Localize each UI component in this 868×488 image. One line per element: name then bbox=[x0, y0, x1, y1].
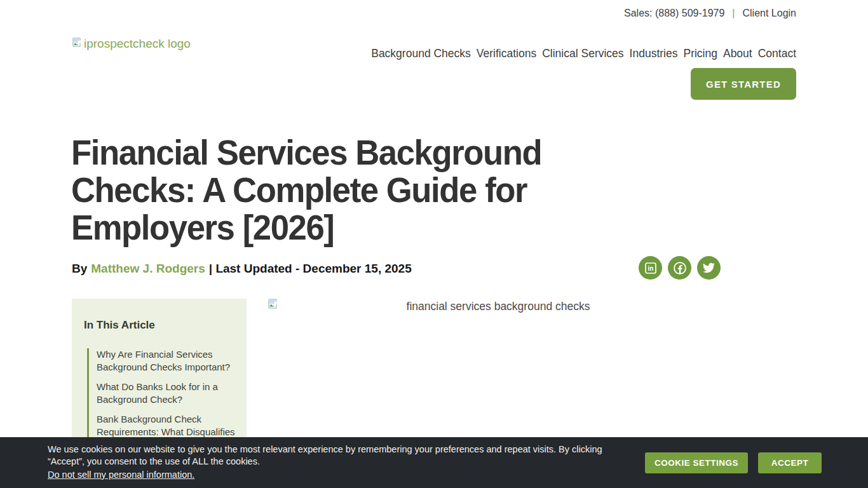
site-logo[interactable]: iprospectcheck logo bbox=[71, 37, 191, 51]
sales-phone: Sales: (888) 509-1979 bbox=[624, 8, 724, 19]
byline-date: | Last Updated - December 15, 2025 bbox=[209, 262, 412, 276]
linkedin-icon: in bbox=[644, 262, 657, 274]
facebook-icon bbox=[672, 261, 688, 276]
nav-item-verifications[interactable]: Verifications bbox=[477, 47, 536, 60]
cookie-message: We use cookies on our website to give yo… bbox=[48, 444, 602, 468]
broken-image-icon bbox=[71, 37, 82, 51]
get-started-button[interactable]: GET STARTED bbox=[691, 68, 796, 100]
toc-heading: In This Article bbox=[84, 319, 247, 332]
author-link[interactable]: Matthew J. Rodgers bbox=[91, 262, 205, 276]
topbar-separator: | bbox=[732, 8, 735, 19]
page-title-line-1: Financial Services Background bbox=[71, 133, 541, 171]
cookie-message-line-1: We use cookies on our website to give yo… bbox=[48, 444, 602, 456]
byline-prefix: By bbox=[72, 262, 87, 276]
cookie-settings-button[interactable]: COOKIE SETTINGS bbox=[645, 452, 748, 473]
nav-item-contact[interactable]: Contact bbox=[758, 47, 796, 60]
page-title-line-3: Employers [2026] bbox=[71, 208, 541, 246]
nav-item-industries[interactable]: Industries bbox=[630, 47, 678, 60]
top-utility-bar: Sales: (888) 509-1979 | Client Login bbox=[624, 8, 796, 19]
cookie-banner: We use cookies on our website to give yo… bbox=[0, 437, 868, 488]
toc-item-why-important[interactable]: Why Are Financial Services Background Ch… bbox=[97, 348, 235, 374]
main-nav: Background Checks Verifications Clinical… bbox=[371, 47, 796, 60]
toc-item-what-banks-look-for[interactable]: What Do Banks Look for in a Background C… bbox=[97, 381, 235, 406]
toc-list: Why Are Financial Services Background Ch… bbox=[87, 348, 235, 438]
facebook-share-button[interactable] bbox=[668, 256, 691, 280]
do-not-sell-link[interactable]: Do not sell my personal information. bbox=[48, 470, 194, 480]
cookie-accept-button[interactable]: ACCEPT bbox=[758, 452, 822, 473]
toc-item-requirements[interactable]: Bank Background Check Requirements: What… bbox=[97, 413, 235, 438]
page-title-line-2: Checks: A Complete Guide for bbox=[71, 171, 541, 208]
hero-image: financial services background checks bbox=[267, 297, 729, 424]
logo-alt-text: iprospectcheck logo bbox=[84, 37, 191, 51]
page: Sales: (888) 509-1979 | Client Login ipr… bbox=[0, 0, 868, 488]
twitter-share-button[interactable] bbox=[697, 256, 721, 280]
social-share-buttons: in bbox=[639, 256, 721, 280]
linkedin-share-button[interactable]: in bbox=[639, 256, 662, 280]
twitter-icon bbox=[703, 262, 715, 274]
hero-image-alt-text: financial services background checks bbox=[267, 300, 729, 313]
client-login-link[interactable]: Client Login bbox=[743, 8, 797, 19]
cookie-message-line-2: “Accept”, you consent to the use of ALL … bbox=[48, 456, 602, 468]
nav-item-about[interactable]: About bbox=[723, 47, 752, 60]
page-title: Financial Services Background Checks: A … bbox=[71, 133, 541, 246]
svg-text:in: in bbox=[648, 265, 653, 272]
nav-item-pricing[interactable]: Pricing bbox=[683, 47, 717, 60]
nav-item-background-checks[interactable]: Background Checks bbox=[371, 47, 471, 60]
nav-item-clinical-services[interactable]: Clinical Services bbox=[542, 47, 623, 60]
byline: By Matthew J. Rodgers | Last Updated - D… bbox=[72, 262, 412, 276]
